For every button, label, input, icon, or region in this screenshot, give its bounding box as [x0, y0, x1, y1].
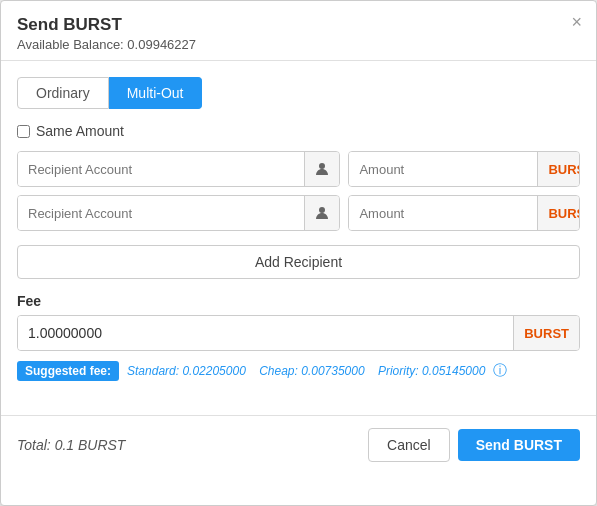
balance-value: 0.09946227 [127, 37, 196, 52]
dialog-title: Send BURST [17, 15, 580, 35]
same-amount-row: Same Amount [17, 123, 580, 139]
person-icon-button-2[interactable] [304, 196, 339, 230]
close-button[interactable]: × [571, 13, 582, 31]
person-icon-2 [315, 206, 329, 220]
send-burst-button[interactable]: Send BURST [458, 429, 580, 461]
add-recipient-button[interactable]: Add Recipient [17, 245, 580, 279]
priority-value: 0.05145000 [422, 364, 485, 378]
amount-input-wrap-2: BURST [348, 195, 580, 231]
same-amount-label: Same Amount [36, 123, 124, 139]
suggested-fee-row: Suggested fee: Standard: 0.02205000 Chea… [17, 361, 580, 381]
dialog-footer: Total: 0.1 BURST Cancel Send BURST [1, 415, 596, 474]
fee-unit: BURST [513, 316, 579, 350]
tab-ordinary[interactable]: Ordinary [17, 77, 109, 109]
amount-input-1[interactable] [349, 152, 537, 186]
total-label: Total: [17, 437, 51, 453]
amount-unit-2: BURST [537, 196, 580, 230]
suggested-fees-text: Standard: 0.02205000 Cheap: 0.00735000 P… [127, 364, 485, 378]
recipient-input-wrap-2 [17, 195, 340, 231]
cheap-label: Cheap: [259, 364, 298, 378]
recipient-row-2: BURST [17, 195, 580, 231]
cancel-button[interactable]: Cancel [368, 428, 450, 462]
cheap-value: 0.00735000 [301, 364, 364, 378]
balance-label: Available Balance: [17, 37, 124, 52]
tab-group: Ordinary Multi-Out [17, 77, 580, 109]
fee-label: Fee [17, 293, 580, 309]
svg-point-1 [319, 207, 325, 213]
amount-input-wrap-1: BURST [348, 151, 580, 187]
total-text: Total: 0.1 BURST [17, 437, 368, 453]
person-icon-button-1[interactable] [304, 152, 339, 186]
amount-unit-1: BURST [537, 152, 580, 186]
person-icon-1 [315, 162, 329, 176]
standard-value: 0.02205000 [182, 364, 245, 378]
recipient-account-input-2[interactable] [18, 196, 304, 230]
fee-input-wrap: BURST [17, 315, 580, 351]
tab-multi-out[interactable]: Multi-Out [109, 77, 203, 109]
fee-input[interactable] [18, 316, 513, 350]
send-burst-dialog: Send BURST Available Balance: 0.09946227… [0, 0, 597, 506]
dialog-body: Ordinary Multi-Out Same Amount [1, 61, 596, 407]
recipient-row-1: BURST [17, 151, 580, 187]
info-icon[interactable]: ⓘ [493, 362, 507, 380]
recipient-input-wrap-1 [17, 151, 340, 187]
svg-point-0 [319, 163, 325, 169]
dialog-header: Send BURST Available Balance: 0.09946227… [1, 1, 596, 61]
priority-label: Priority: [378, 364, 419, 378]
same-amount-checkbox[interactable] [17, 125, 30, 138]
dialog-balance: Available Balance: 0.09946227 [17, 37, 580, 52]
suggested-fee-badge: Suggested fee: [17, 361, 119, 381]
standard-label: Standard: [127, 364, 179, 378]
total-value: 0.1 BURST [55, 437, 126, 453]
amount-input-2[interactable] [349, 196, 537, 230]
recipient-account-input-1[interactable] [18, 152, 304, 186]
